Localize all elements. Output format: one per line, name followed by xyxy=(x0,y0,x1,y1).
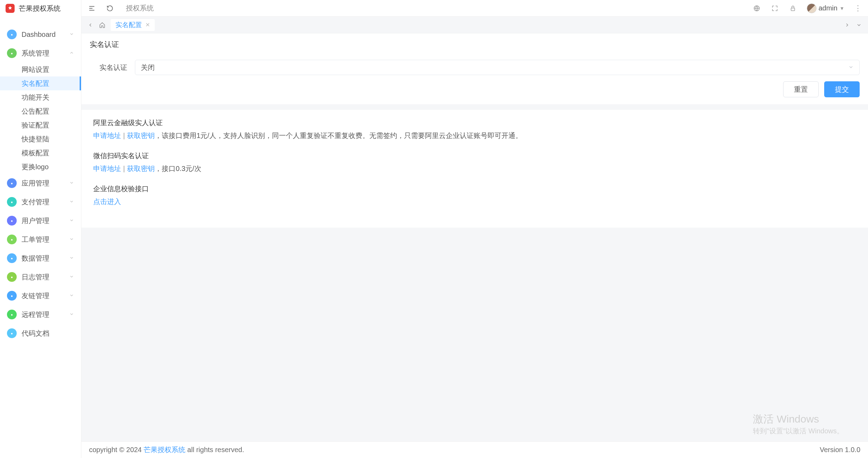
collapse-icon[interactable] xyxy=(88,4,96,13)
nav-item[interactable]: ●用户管理 xyxy=(0,211,81,230)
chevron-down-icon xyxy=(848,64,854,72)
chevron-down-icon xyxy=(69,255,74,262)
button-row: 重置 提交 xyxy=(81,80,868,104)
info-block: 微信扫码实名认证申请地址|获取密钥，接口0.3元/次 xyxy=(93,151,856,174)
nav-icon: ● xyxy=(7,235,17,244)
info-block: 企业信息校验接口点击进入 xyxy=(93,184,856,207)
nav-item[interactable]: ●支付管理 xyxy=(0,193,81,211)
tab-active[interactable]: 实名配置 ✕ xyxy=(111,19,155,31)
info-link[interactable]: 获取密钥 xyxy=(127,165,155,172)
breadcrumb: 授权系统 xyxy=(126,3,154,13)
header: 授权系统 admin ▼ ⋮ xyxy=(81,0,868,17)
chevron-down-icon xyxy=(69,311,74,318)
panel-title: 实名认证 xyxy=(81,33,868,55)
sidebar: 芒果授权系统 ●Dashboard●系统管理网站设置实名配置功能开关公告配置验证… xyxy=(0,0,81,458)
nav-icon: ● xyxy=(7,291,17,301)
footer-brand-link[interactable]: 芒果授权系统 xyxy=(144,446,185,453)
tab-next-icon[interactable] xyxy=(842,20,852,30)
nav-icon: ● xyxy=(7,48,17,58)
nav-label: 系统管理 xyxy=(22,49,69,58)
sidebar-sub-item[interactable]: 功能开关 xyxy=(22,90,81,104)
fullscreen-icon[interactable] xyxy=(771,4,779,13)
nav-icon: ● xyxy=(7,178,17,188)
user-menu[interactable]: admin ▼ xyxy=(807,3,844,13)
main: 实名认证 实名认证 关闭 重置 提交 阿里云金融级实人认证申请地址|获取密钥，该… xyxy=(81,33,868,441)
info-link[interactable]: 获取密钥 xyxy=(127,132,155,139)
nav-item[interactable]: ●代码文档 xyxy=(0,324,81,343)
mango-icon xyxy=(6,4,15,13)
kebab-icon[interactable]: ⋮ xyxy=(854,4,862,13)
form-label: 实名认证 xyxy=(90,63,135,72)
tab-dropdown-icon[interactable] xyxy=(854,20,864,30)
chevron-down-icon xyxy=(69,236,74,243)
nav-label: 支付管理 xyxy=(22,197,69,207)
sidebar-sub-item[interactable]: 验证配置 xyxy=(22,118,81,132)
nav-icon: ● xyxy=(7,272,17,282)
nav-label: 工单管理 xyxy=(22,235,69,244)
chevron-down-icon: ▼ xyxy=(839,6,844,11)
footer: copyright © 2024 芒果授权系统 all rights reser… xyxy=(81,441,868,458)
nav-item[interactable]: ●远程管理 xyxy=(0,305,81,324)
tab-prev-icon[interactable] xyxy=(86,20,95,30)
info-title: 微信扫码实名认证 xyxy=(93,151,856,161)
nav-icon: ● xyxy=(7,253,17,263)
info-line: 申请地址|获取密钥，接口0.3元/次 xyxy=(93,163,856,174)
nav-label: Dashboard xyxy=(22,31,69,39)
nav-icon: ● xyxy=(7,310,17,319)
nav-icon: ● xyxy=(7,30,17,39)
sidebar-sub-item[interactable]: 公告配置 xyxy=(22,104,81,118)
nav-label: 用户管理 xyxy=(22,216,69,226)
avatar xyxy=(807,3,817,13)
nav-item[interactable]: ●友链管理 xyxy=(0,286,81,305)
info-link[interactable]: 申请地址 xyxy=(93,132,121,139)
sidebar-sub-item[interactable]: 实名配置 xyxy=(0,76,81,90)
svg-rect-4 xyxy=(791,8,795,11)
sidebar-sub-item[interactable]: 网站设置 xyxy=(22,63,81,76)
nav-label: 远程管理 xyxy=(22,310,69,319)
info-title: 企业信息校验接口 xyxy=(93,184,856,194)
chevron-down-icon xyxy=(69,292,74,300)
nav-item[interactable]: ●日志管理 xyxy=(0,268,81,286)
select-value: 关闭 xyxy=(141,63,155,72)
tabs-bar: 实名配置 ✕ xyxy=(81,17,868,33)
nav-item[interactable]: ●工单管理 xyxy=(0,230,81,249)
nav-label: 代码文档 xyxy=(22,329,74,338)
info-title: 阿里云金融级实人认证 xyxy=(93,118,856,128)
nav: ●Dashboard●系统管理网站设置实名配置功能开关公告配置验证配置快捷登陆模… xyxy=(0,17,81,343)
nav-icon: ● xyxy=(7,328,17,338)
nav-label: 数据管理 xyxy=(22,254,69,263)
close-icon[interactable]: ✕ xyxy=(145,22,150,28)
info-line: 申请地址|获取密钥，该接口费用1元/人，支持人脸识别，同一个人重复验证不重复收费… xyxy=(93,130,856,141)
nav-item[interactable]: ●数据管理 xyxy=(0,249,81,268)
chevron-down-icon xyxy=(69,31,74,38)
chevron-up-icon xyxy=(69,50,74,57)
chevron-down-icon xyxy=(69,273,74,281)
nav-icon: ● xyxy=(7,216,17,226)
info-link[interactable]: 申请地址 xyxy=(93,165,121,172)
globe-icon[interactable] xyxy=(753,4,761,13)
nav-item[interactable]: ●Dashboard xyxy=(0,25,81,44)
refresh-icon[interactable] xyxy=(106,4,114,13)
submit-button[interactable]: 提交 xyxy=(824,81,860,97)
tab-label: 实名配置 xyxy=(115,21,142,30)
username: admin xyxy=(819,4,837,12)
home-tab-icon[interactable] xyxy=(97,20,107,30)
brand[interactable]: 芒果授权系统 xyxy=(0,0,81,17)
select-realname[interactable]: 关闭 xyxy=(135,60,860,75)
version: Version 1.0.0 xyxy=(820,446,860,454)
chevron-down-icon xyxy=(69,180,74,187)
nav-item[interactable]: ●系统管理 xyxy=(0,44,81,63)
lock-icon[interactable] xyxy=(789,4,797,13)
chevron-down-icon xyxy=(69,198,74,206)
nav-label: 友链管理 xyxy=(22,291,69,301)
nav-item[interactable]: ●应用管理 xyxy=(0,174,81,193)
info-block: 阿里云金融级实人认证申请地址|获取密钥，该接口费用1元/人，支持人脸识别，同一个… xyxy=(93,118,856,141)
sidebar-sub-item[interactable]: 模板配置 xyxy=(22,146,81,160)
reset-button[interactable]: 重置 xyxy=(783,81,819,97)
info-link[interactable]: 点击进入 xyxy=(93,198,121,205)
nav-label: 日志管理 xyxy=(22,272,69,282)
form-panel: 实名认证 实名认证 关闭 重置 提交 xyxy=(81,33,868,104)
sidebar-sub-item[interactable]: 更换logo xyxy=(22,160,81,174)
sidebar-sub-item[interactable]: 快捷登陆 xyxy=(22,132,81,146)
nav-label: 应用管理 xyxy=(22,179,69,188)
